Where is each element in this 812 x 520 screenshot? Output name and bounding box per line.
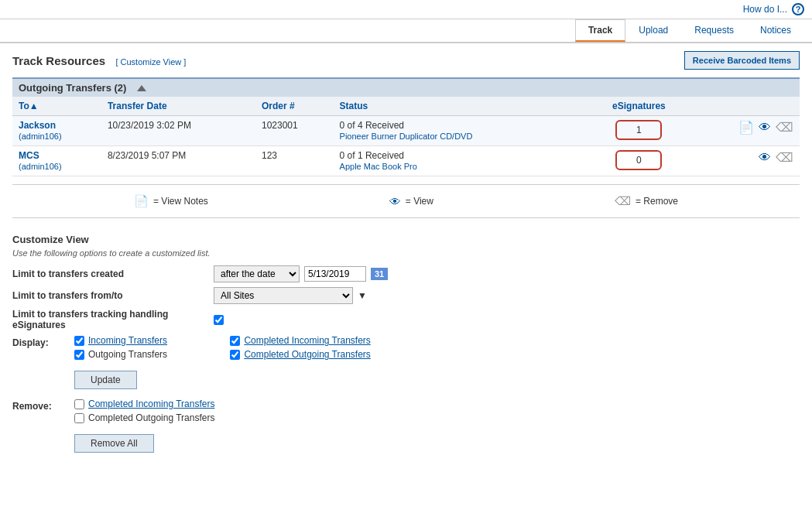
remove-label: Remove: [12, 399, 74, 412]
status-sub-1: Pioneer Burner Duplicator CD/DVD [340, 132, 473, 141]
esig-box-2: 0 [615, 150, 662, 170]
checkbox-incoming: Incoming Transfers [74, 335, 214, 346]
action-icons-1: 📄 👁 ⌫ [697, 120, 793, 135]
action-icons-2: 👁 ⌫ [697, 150, 793, 165]
date-filter-select[interactable]: after the date before the date on the da… [214, 265, 300, 282]
rem-incoming-link[interactable]: Completed Incoming Transfers [88, 399, 214, 409]
remove-icon-2[interactable]: ⌫ [776, 150, 793, 165]
limit-created-controls: after the date before the date on the da… [214, 265, 388, 282]
outgoing-checkbox[interactable] [74, 350, 84, 360]
outgoing-label: Outgoing Transfers [88, 349, 167, 360]
incoming-checkbox[interactable] [74, 336, 84, 346]
legend-view-label: = View [406, 196, 433, 207]
completed-incoming-link[interactable]: Completed Incoming Transfers [244, 335, 370, 346]
page-content: Track Resources [ Customize View ] Recei… [0, 43, 812, 468]
to-sub-1: (admin106) [19, 132, 62, 141]
tab-nav: Track Upload Requests Notices [0, 19, 812, 43]
table-row: Jackson (admin106) 10/23/2019 3:02 PM 10… [12, 116, 800, 146]
transfers-table: To▲ Transfer Date Order # Status eSignat… [12, 97, 800, 176]
page-header: Track Resources [ Customize View ] Recei… [12, 51, 800, 70]
tab-upload[interactable]: Upload [625, 19, 681, 42]
tab-track[interactable]: Track [575, 19, 625, 42]
esig-checkbox[interactable] [214, 315, 224, 325]
page-title: Track Resources [12, 54, 105, 67]
help-icon[interactable]: ? [792, 3, 804, 15]
customize-title: Customize View [12, 234, 800, 245]
legend-notes-label: = View Notes [153, 196, 208, 207]
remove-options: Completed Incoming Transfers Completed O… [74, 399, 214, 423]
col-actions [691, 97, 800, 116]
update-btn[interactable]: Update [74, 371, 137, 389]
col-to-link[interactable]: To▲ [19, 101, 39, 111]
legend-notes-icon: 📄 [134, 194, 149, 208]
customize-view-link[interactable]: [ Customize View ] [115, 57, 186, 67]
from-to-dropdown-icon: ▼ [358, 290, 367, 301]
sort-asc-icon [137, 85, 146, 91]
limit-esig-controls [214, 315, 224, 325]
col-order: Order # [255, 97, 334, 116]
how-do-i-link[interactable]: How do I... [743, 4, 787, 15]
cell-status-2: 0 of 1 Received Apple Mac Book Pro [334, 146, 567, 176]
section-header: Outgoing Transfers (2) [12, 77, 800, 97]
esig-box-1: 1 [615, 120, 662, 140]
col-order-link[interactable]: Order # [262, 101, 295, 111]
date-input[interactable] [304, 266, 366, 282]
rem-outgoing-label: Completed Outgoing Transfers [88, 412, 214, 423]
completed-outgoing-link[interactable]: Completed Outgoing Transfers [244, 349, 370, 360]
cell-esig-2: 0 [587, 146, 692, 176]
cell-date-1: 10/23/2019 3:02 PM [101, 116, 255, 146]
rem-outgoing-checkbox[interactable] [74, 413, 84, 423]
to-link-2[interactable]: MCS [19, 150, 39, 161]
receive-barcoded-btn[interactable]: Receive Barcoded Items [684, 51, 800, 70]
customize-section: Customize View Use the following options… [12, 226, 800, 460]
remove-all-btn[interactable]: Remove All [74, 434, 154, 453]
legend-remove-icon: ⌫ [615, 194, 631, 208]
col-status: Status [334, 97, 567, 116]
tab-requests[interactable]: Requests [681, 19, 747, 42]
top-bar: How do I... ? [0, 0, 812, 19]
notes-icon-1[interactable]: 📄 [738, 120, 754, 135]
calendar-btn[interactable]: 31 [371, 268, 388, 280]
col-esignatures: eSignatures [587, 97, 692, 116]
section-title: Outgoing Transfers (2) [19, 82, 126, 94]
tab-notices[interactable]: Notices [747, 19, 804, 42]
legend-remove-label: = Remove [636, 196, 678, 207]
legend-view: 👁 = View [389, 194, 433, 208]
display-label: Display: [12, 335, 74, 348]
col-date-link[interactable]: Transfer Date [108, 101, 167, 111]
legend-notes: 📄 = View Notes [134, 194, 208, 208]
checkbox-completed-incoming: Completed Incoming Transfers [230, 335, 370, 346]
cell-order-1: 1023001 [255, 116, 334, 146]
legend-view-icon: 👁 [389, 195, 401, 208]
update-row: Update [12, 366, 800, 389]
remove-icon-1[interactable]: ⌫ [776, 120, 793, 135]
to-link-1[interactable]: Jackson [19, 120, 56, 131]
limit-created-label: Limit to transfers created [12, 269, 214, 279]
remove-completed-incoming: Completed Incoming Transfers [74, 399, 214, 409]
from-to-select[interactable]: All Sites [214, 287, 353, 304]
col-empty [567, 97, 587, 116]
cell-date-2: 8/23/2019 5:07 PM [101, 146, 255, 176]
view-icon-2[interactable]: 👁 [759, 151, 771, 165]
legend-remove: ⌫ = Remove [615, 194, 678, 208]
checkbox-outgoing: Outgoing Transfers [74, 349, 214, 360]
incoming-link[interactable]: Incoming Transfers [88, 335, 167, 346]
limit-esig-row: Limit to transfers tracking handling eSi… [12, 309, 800, 330]
col-transfer-date: Transfer Date [101, 97, 255, 116]
view-icon-1[interactable]: 👁 [759, 121, 771, 135]
customize-desc: Use the following options to create a cu… [12, 248, 800, 258]
limit-from-to-row: Limit to transfers from/to All Sites ▼ [12, 287, 800, 304]
checkbox-completed-outgoing: Completed Outgoing Transfers [230, 349, 370, 360]
cell-actions-2: 👁 ⌫ [691, 146, 800, 176]
completed-incoming-checkbox[interactable] [230, 336, 240, 346]
completed-outgoing-checkbox[interactable] [230, 350, 240, 360]
limit-created-row: Limit to transfers created after the dat… [12, 265, 800, 282]
remove-completed-outgoing: Completed Outgoing Transfers [74, 412, 214, 423]
rem-incoming-checkbox[interactable] [74, 399, 84, 409]
limit-esig-label: Limit to transfers tracking handling eSi… [12, 309, 214, 330]
remove-all-row: Remove All [12, 429, 800, 453]
legend-bar: 📄 = View Notes 👁 = View ⌫ = Remove [12, 184, 800, 218]
cell-spacer-1 [567, 116, 587, 146]
status-sub-2: Apple Mac Book Pro [340, 162, 417, 171]
col-to: To▲ [12, 97, 101, 116]
